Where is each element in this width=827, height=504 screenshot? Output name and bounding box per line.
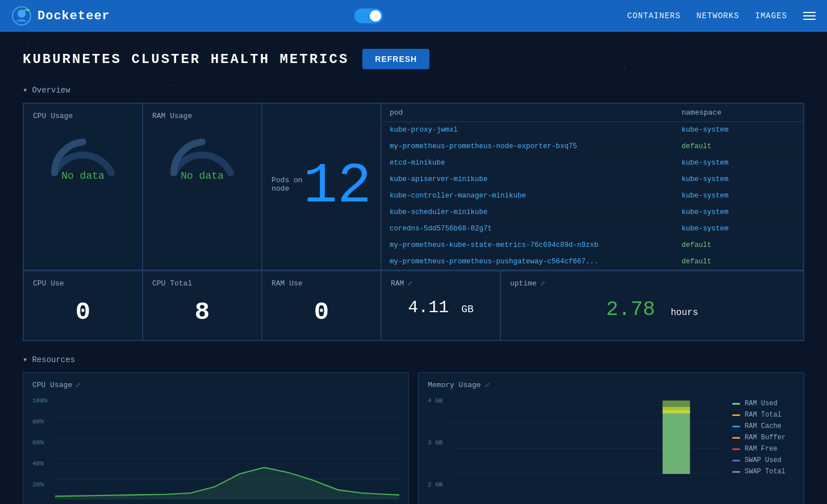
pod-name: my-prometheus-kube-state-metrics-76c694c… xyxy=(390,241,682,249)
memory-chart-area: 4 GB 3 GB 2 GB xyxy=(428,397,795,499)
pod-row: kube-controller-manager-minikubekube-sys… xyxy=(382,188,803,204)
overview-row: CPU Usage No data RAM Usage No data xyxy=(23,103,804,271)
pod-row: kube-proxy-jwmxlkube-system xyxy=(382,122,803,138)
cpu-gauge-container: No data xyxy=(33,125,133,187)
pod-namespace: kube-system xyxy=(682,126,795,134)
overview-label: Overview xyxy=(32,86,70,95)
legend-label: RAM Cache xyxy=(745,422,782,430)
svg-rect-15 xyxy=(663,410,690,474)
cpu-use-card: CPU Use 0 xyxy=(23,271,143,341)
svg-rect-17 xyxy=(663,401,690,409)
ram-gauge-container: No data xyxy=(152,125,252,187)
pod-name: coredns-5dd5756b68-82g7t xyxy=(390,225,682,233)
stats-row: CPU Use 0 CPU Total 8 RAM Use 0 RAM ⤢ 4.… xyxy=(23,271,804,341)
legend-label: SWAP Used xyxy=(745,456,782,464)
resources-label: Resources xyxy=(32,355,75,364)
cpu-usage-title: CPU Usage xyxy=(33,112,133,120)
cpu-total-card: CPU Total 8 xyxy=(143,271,262,341)
pod-row: my-prometheus-prometheus-node-exporter-b… xyxy=(382,138,803,155)
legend-item: SWAP Used xyxy=(732,456,795,464)
toggle-container[interactable] xyxy=(354,9,383,23)
pod-namespace: kube-system xyxy=(682,159,795,167)
ram-usage-title: RAM Usage xyxy=(152,112,252,120)
svg-marker-9 xyxy=(55,468,399,499)
pod-namespace: kube-system xyxy=(682,192,795,200)
pod-name: my-prometheus-prometheus-node-exporter-b… xyxy=(390,142,682,150)
main-content: KUBURNETES CLUSTER HEALTH METRICS REFRES… xyxy=(0,32,827,504)
cpu-usage-card: CPU Usage No data xyxy=(23,103,143,270)
memory-chart-card: Memory Usage ⤢ 4 GB 3 GB 2 GB xyxy=(418,372,804,504)
theme-toggle[interactable] xyxy=(354,9,383,23)
cpu-chart-expand-icon: ⤢ xyxy=(76,381,81,389)
pod-name: kube-apiserver-minikube xyxy=(390,175,682,183)
memory-chart-inner: 4 GB 3 GB 2 GB xyxy=(428,397,724,499)
legend-label: RAM Total xyxy=(745,411,782,419)
ram-total-card: RAM ⤢ 4.11 GB xyxy=(381,271,500,341)
ram-no-data: No data xyxy=(181,170,224,182)
uptime-expand-icon: ⤢ xyxy=(540,280,545,287)
memory-legend: RAM UsedRAM TotalRAM CacheRAM BufferRAM … xyxy=(732,397,795,476)
pod-name: kube-proxy-jwmxl xyxy=(390,126,682,134)
legend-item: RAM Used xyxy=(732,400,795,408)
legend-item: RAM Free xyxy=(732,445,795,453)
hamburger-line-1 xyxy=(803,12,816,13)
ram-use-title: RAM Use xyxy=(272,279,371,288)
pod-row: coredns-5dd5756b68-82g7tkube-system xyxy=(382,221,803,237)
cpu-use-title: CPU Use xyxy=(33,279,133,288)
uptime-value: 2.78 hours xyxy=(510,292,794,327)
pod-name: etcd-minikube xyxy=(390,159,682,167)
pod-namespace: kube-system xyxy=(682,208,795,216)
legend-label: RAM Buffer xyxy=(745,434,786,442)
overview-section-header[interactable]: ▾ Overview xyxy=(23,85,804,95)
pod-row: etcd-minikubekube-system xyxy=(382,155,803,171)
resources-section-header[interactable]: ▾ Resources xyxy=(23,355,804,364)
toggle-knob xyxy=(370,10,381,22)
pod-namespace: default xyxy=(682,142,795,150)
nav-images[interactable]: IMAGES xyxy=(755,11,787,20)
memory-bar-chart xyxy=(450,397,724,499)
legend-item: RAM Buffer xyxy=(732,434,795,442)
cpu-chart-canvas xyxy=(55,397,399,499)
pod-row: my-prometheus-prometheus-pushgateway-c56… xyxy=(382,254,803,270)
pods-on-node-card: Pods on node 12 xyxy=(262,103,381,270)
memory-chart-expand-icon: ⤢ xyxy=(484,381,490,389)
page-header: KUBURNETES CLUSTER HEALTH METRICS REFRES… xyxy=(23,49,804,69)
svg-point-2 xyxy=(27,9,30,11)
pod-namespace: kube-system xyxy=(682,175,795,183)
legend-color xyxy=(732,448,740,450)
pod-row: kube-apiserver-minikubekube-system xyxy=(382,171,803,188)
pod-namespace: default xyxy=(682,241,795,249)
nav-containers[interactable]: CONTAINERS xyxy=(627,11,680,20)
hamburger-line-3 xyxy=(803,19,816,20)
cpu-no-data: No data xyxy=(61,170,105,182)
chevron-down-icon: ▾ xyxy=(23,85,27,95)
cpu-y-labels: 100% 80% 60% 40% 20% xyxy=(32,397,54,488)
memory-bar-area xyxy=(450,397,724,499)
legend-label: RAM Free xyxy=(745,445,778,453)
docketeer-logo-icon xyxy=(11,6,32,26)
resources-chevron-icon: ▾ xyxy=(23,355,27,364)
legend-item: SWAP Total xyxy=(732,468,795,476)
ram-total-title: RAM ⤢ xyxy=(391,279,491,288)
cpu-chart-area: 100% 80% 60% 40% 20% xyxy=(32,397,399,499)
pods-list-body: kube-proxy-jwmxlkube-systemmy-prometheus… xyxy=(382,122,803,270)
hamburger-line-2 xyxy=(803,15,816,16)
pod-namespace: kube-system xyxy=(682,225,795,233)
pods-list-card: pod namespace kube-proxy-jwmxlkube-syste… xyxy=(381,103,804,270)
cpu-total-title: CPU Total xyxy=(152,279,252,288)
memory-y-labels: 4 GB 3 GB 2 GB xyxy=(428,397,449,488)
hamburger-menu[interactable] xyxy=(803,12,816,20)
legend-item: RAM Total xyxy=(732,411,795,419)
cpu-gauge-svg xyxy=(46,131,120,176)
nav-networks[interactable]: NETWORKS xyxy=(696,11,739,20)
page-title: KUBURNETES CLUSTER HEALTH METRICS xyxy=(23,52,349,67)
navbar: Docketeer CONTAINERS NETWORKS IMAGES xyxy=(0,0,827,32)
pod-col-header: pod xyxy=(390,108,682,117)
logo: Docketeer xyxy=(11,6,110,26)
uptime-card: uptime ⤢ 2.78 hours xyxy=(500,271,804,341)
legend-item: RAM Cache xyxy=(732,422,795,430)
refresh-button[interactable]: REFRESH xyxy=(362,49,429,69)
legend-color xyxy=(732,414,740,416)
pods-count: 12 xyxy=(303,158,371,215)
resources-row: CPU Usage ⤢ 100% 80% 60% 40% 20% xyxy=(23,372,804,504)
